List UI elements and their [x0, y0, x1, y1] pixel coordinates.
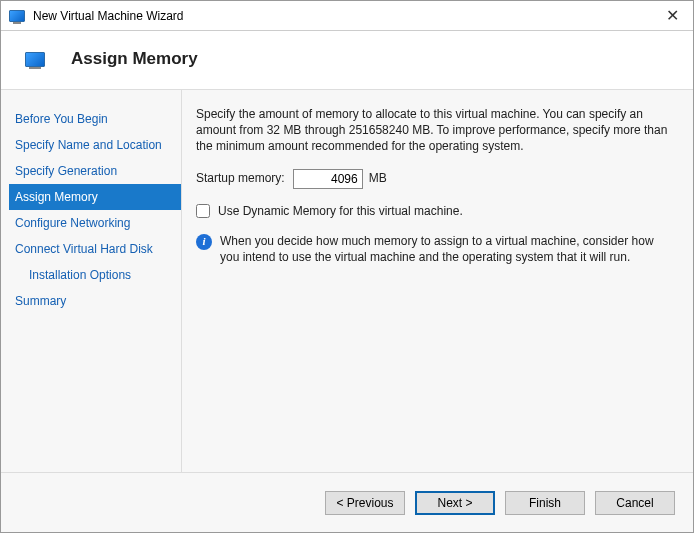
- wizard-steps-sidebar: Before You BeginSpecify Name and Locatio…: [1, 90, 181, 472]
- finish-button[interactable]: Finish: [505, 491, 585, 515]
- next-button[interactable]: Next >: [415, 491, 495, 515]
- dynamic-memory-checkbox[interactable]: [196, 204, 210, 218]
- dynamic-memory-row: Use Dynamic Memory for this virtual mach…: [196, 203, 673, 219]
- wizard-step[interactable]: Connect Virtual Hard Disk: [9, 236, 181, 262]
- wizard-step[interactable]: Specify Generation: [9, 158, 181, 184]
- description-text: Specify the amount of memory to allocate…: [196, 106, 673, 155]
- wizard-step[interactable]: Before You Begin: [9, 106, 181, 132]
- startup-memory-label: Startup memory:: [196, 170, 285, 186]
- footer-buttons: < Previous Next > Finish Cancel: [1, 472, 693, 532]
- wizard-step[interactable]: Configure Networking: [9, 210, 181, 236]
- wizard-header: Assign Memory: [1, 31, 693, 89]
- wizard-step[interactable]: Installation Options: [9, 262, 181, 288]
- previous-button[interactable]: < Previous: [325, 491, 405, 515]
- page-icon: [25, 52, 45, 67]
- wizard-step[interactable]: Assign Memory: [9, 184, 181, 210]
- startup-memory-unit: MB: [369, 170, 387, 186]
- wizard-step[interactable]: Specify Name and Location: [9, 132, 181, 158]
- startup-memory-row: Startup memory: MB: [196, 169, 673, 189]
- titlebar: New Virtual Machine Wizard ✕: [1, 1, 693, 31]
- page-title: Assign Memory: [71, 49, 198, 69]
- wizard-step[interactable]: Summary: [9, 288, 181, 314]
- cancel-button[interactable]: Cancel: [595, 491, 675, 515]
- close-icon[interactable]: ✕: [660, 6, 685, 25]
- info-row: i When you decide how much memory to ass…: [196, 233, 673, 265]
- main-panel: Specify the amount of memory to allocate…: [181, 90, 693, 472]
- app-icon: [9, 10, 25, 22]
- startup-memory-input[interactable]: [293, 169, 363, 189]
- window-title: New Virtual Machine Wizard: [33, 9, 660, 23]
- info-text: When you decide how much memory to assig…: [220, 233, 673, 265]
- dynamic-memory-label[interactable]: Use Dynamic Memory for this virtual mach…: [218, 203, 463, 219]
- info-icon: i: [196, 234, 212, 250]
